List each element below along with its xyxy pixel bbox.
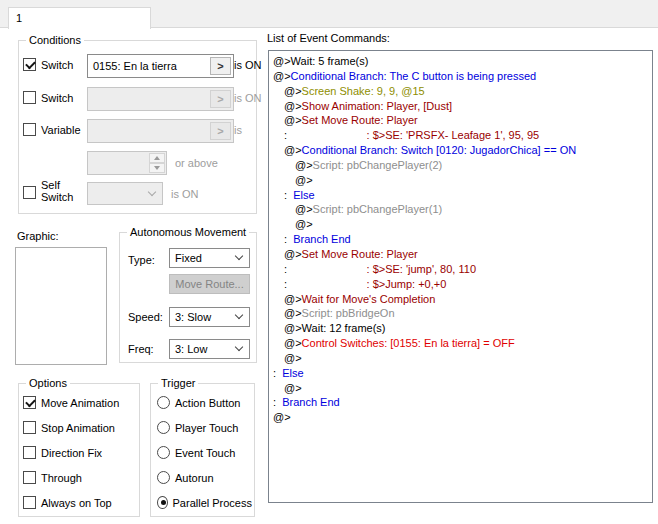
event-command-line[interactable]: @>Wait for Move's Completion (269, 292, 652, 307)
event-command-line[interactable]: @>Conditional Branch: Switch [0120: Juga… (269, 143, 652, 158)
option-checkbox[interactable] (23, 396, 36, 409)
switch1-value-field[interactable]: 0155: En la tierra > (87, 54, 234, 78)
type-label: Type: (128, 254, 155, 266)
chevron-right-icon: > (217, 60, 223, 72)
trigger-row-autorun[interactable]: Autorun (157, 465, 252, 490)
chevron-down-icon (148, 187, 156, 195)
trigger-row-action-button[interactable]: Action Button (157, 390, 252, 415)
event-command-line[interactable]: : Else (269, 366, 652, 381)
event-command-line[interactable]: : Branch End (269, 395, 652, 410)
self-switch-checkbox[interactable] (23, 186, 36, 199)
trigger-radio[interactable] (157, 496, 168, 509)
command-prefix-marker: @> (295, 218, 313, 230)
command-text: Wait: 12 frame(s) (302, 322, 386, 334)
event-command-line[interactable]: : Branch End (269, 232, 652, 247)
command-prefix-marker: @> (273, 411, 291, 423)
event-command-line[interactable]: @>Script: pbChangePlayer(1) (269, 202, 652, 217)
variable-checkbox[interactable] (23, 123, 36, 136)
event-command-line[interactable]: @> (269, 217, 652, 232)
event-command-line[interactable]: @> (269, 381, 652, 396)
option-row-always-on-top[interactable]: Always on Top (23, 490, 137, 515)
command-text: Control Switches: [0155: En la tierra] =… (302, 337, 515, 349)
switch1-checkbox[interactable] (23, 58, 36, 71)
command-text: Wait for Move's Completion (302, 293, 436, 305)
command-prefix-marker: @> (273, 70, 291, 82)
event-command-line[interactable]: @>Conditional Branch: The C button is be… (269, 69, 652, 84)
variable-amount-spinner (87, 151, 167, 175)
trigger-radio[interactable] (157, 421, 170, 434)
switch2-suffix: is ON (234, 92, 262, 104)
event-command-list[interactable]: @>Wait: 5 frame(s)@>Conditional Branch: … (268, 50, 653, 503)
command-prefix-marker: @> (284, 337, 302, 349)
event-command-line[interactable]: @> (269, 173, 652, 188)
option-row-move-animation[interactable]: Move Animation (23, 390, 137, 415)
command-prefix-marker: @> (284, 382, 302, 394)
event-command-line[interactable]: : Else (269, 188, 652, 203)
switch1-picker-button[interactable]: > (210, 57, 231, 75)
self-switch-suffix: is ON (171, 188, 199, 200)
event-commands-title: List of Event Commands: (267, 32, 390, 44)
event-command-line[interactable]: @>Script: pbBridgeOn (269, 306, 652, 321)
trigger-row-event-touch[interactable]: Event Touch (157, 440, 252, 465)
options-title: Options (26, 377, 70, 389)
trigger-row-parallel-process[interactable]: Parallel Process (157, 490, 252, 515)
event-command-line[interactable]: : : $>SE: 'PRSFX- Leafage 1', 95, 95 (269, 128, 652, 143)
event-command-line[interactable]: @>Wait: 12 frame(s) (269, 321, 652, 336)
trigger-radio[interactable] (157, 471, 170, 484)
chevron-down-icon (235, 252, 243, 260)
trigger-radio[interactable] (157, 396, 170, 409)
event-command-line[interactable]: @>Screen Shake: 9, 9, @15 (269, 84, 652, 99)
trigger-title: Trigger (158, 377, 198, 389)
spinner-up-button (149, 153, 165, 163)
command-text: Else (276, 367, 304, 379)
command-text: : $>SE: 'PRSFX- Leafage 1', 95, 95 (287, 129, 539, 141)
command-text: Script: pbChangePlayer(2) (313, 159, 443, 171)
type-dropdown[interactable]: Fixed (169, 248, 250, 268)
switch2-checkbox[interactable] (23, 91, 36, 104)
chevron-right-icon: > (217, 125, 223, 137)
tab-page-1[interactable]: 1 (8, 7, 151, 29)
event-command-line[interactable]: @>Control Switches: [0155: En la tierra]… (269, 336, 652, 351)
trigger-row-player-touch[interactable]: Player Touch (157, 415, 252, 440)
option-label: Stop Animation (41, 422, 115, 434)
spinner-down-button (149, 163, 165, 173)
option-row-through[interactable]: Through (23, 465, 137, 490)
option-checkbox[interactable] (23, 421, 36, 434)
event-command-line[interactable]: @>Script: pbChangePlayer(2) (269, 158, 652, 173)
command-prefix-marker: @> (284, 114, 302, 126)
self-switch-label: Self Switch (41, 179, 83, 203)
graphic-preview[interactable] (15, 247, 107, 365)
command-prefix-marker: @> (295, 174, 313, 186)
trigger-radio[interactable] (157, 446, 170, 459)
event-command-line[interactable]: : : $>SE: 'jump', 80, 110 (269, 262, 652, 277)
option-row-stop-animation[interactable]: Stop Animation (23, 415, 137, 440)
event-command-line[interactable]: @>Show Animation: Player, [Dust] (269, 99, 652, 114)
freq-dropdown[interactable]: 3: Low (169, 339, 250, 359)
event-command-line[interactable]: @>Wait: 5 frame(s) (269, 54, 652, 69)
command-prefix-marker: @> (284, 144, 302, 156)
chevron-down-icon (235, 311, 243, 319)
options-group: Options Move AnimationStop AnimationDire… (18, 383, 140, 517)
command-text: : $>Jump: +0,+0 (287, 278, 446, 290)
event-command-line[interactable]: @>Set Move Route: Player (269, 247, 652, 262)
option-checkbox[interactable] (23, 446, 36, 459)
option-label: Direction Fix (41, 447, 102, 459)
event-command-line[interactable]: @> (269, 351, 652, 366)
command-text: Conditional Branch: Switch [0120: Jugado… (302, 144, 577, 156)
event-command-line[interactable]: @> (269, 410, 652, 425)
command-text: Script: pbChangePlayer(1) (313, 203, 443, 215)
variable-value-field: > (87, 119, 234, 143)
trigger-label: Event Touch (175, 447, 235, 459)
event-command-line[interactable]: : : $>Jump: +0,+0 (269, 277, 652, 292)
command-prefix-marker: @> (284, 322, 302, 334)
conditions-group: Conditions Switch 0155: En la tierra > i… (18, 40, 257, 214)
chevron-right-icon: > (217, 93, 223, 105)
option-row-direction-fix[interactable]: Direction Fix (23, 440, 137, 465)
option-checkbox[interactable] (23, 471, 36, 484)
command-text: Set Move Route: Player (302, 114, 418, 126)
speed-dropdown[interactable]: 3: Slow (169, 307, 250, 327)
conditions-title: Conditions (26, 34, 84, 46)
command-text: Wait: 5 frame(s) (291, 55, 369, 67)
event-command-line[interactable]: @>Set Move Route: Player (269, 113, 652, 128)
option-checkbox[interactable] (23, 496, 36, 509)
